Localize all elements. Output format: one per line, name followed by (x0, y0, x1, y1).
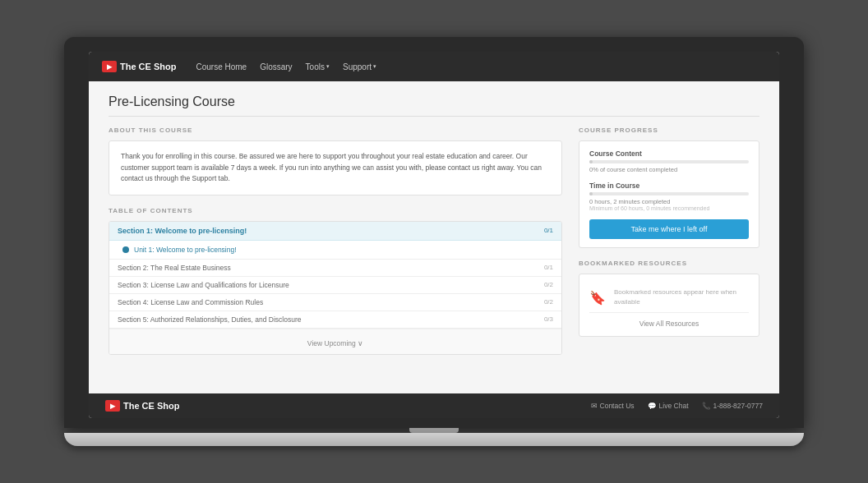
toc-section-3[interactable]: Section 3: License Law and Qualification… (109, 277, 561, 294)
toc-unit-dot (122, 246, 129, 253)
progress-box: Course Content 0% of course content comp… (579, 140, 760, 248)
contact-icon: ✉ (591, 402, 598, 410)
time-in-course-bar-fill (589, 192, 593, 196)
footer-logo-text: The CE Shop (123, 401, 179, 411)
screen-bezel: ▶ The CE Shop Course Home Glossary Tools… (64, 37, 804, 428)
nav-glossary[interactable]: Glossary (260, 62, 292, 71)
toc-section-3-title: Section 3: License Law and Qualification… (118, 281, 289, 289)
footer-live-chat[interactable]: 💬 Live Chat (648, 402, 689, 410)
footer-phone[interactable]: 📞 1-888-827-0777 (702, 402, 764, 410)
toc-active-section[interactable]: Section 1: Welcome to pre-licensing! 0/1 (109, 222, 561, 241)
laptop-base (64, 433, 804, 446)
laptop-container: ▶ The CE Shop Course Home Glossary Tools… (64, 37, 804, 446)
toc-section-label: TABLE OF CONTENTS (108, 207, 562, 214)
contact-label: Contact Us (600, 402, 635, 410)
toc-section-5-title: Section 5: Authorized Relationships, Dut… (118, 315, 301, 324)
footer-logo-icon: ▶ (105, 400, 120, 412)
bookmarked-box: 🔖 Bookmarked resources appear here when … (579, 274, 760, 337)
navigation: ▶ The CE Shop Course Home Glossary Tools… (89, 52, 779, 81)
take-me-button[interactable]: Take me where I left off (589, 219, 749, 239)
toc-section-2[interactable]: Section 2: The Real Estate Business 0/1 (109, 260, 561, 277)
logo-text: The CE Shop (120, 62, 176, 71)
course-content-title: Course Content (589, 150, 749, 158)
tools-dropdown-icon: ▾ (326, 63, 330, 70)
toc-section-2-score: 0/1 (544, 264, 553, 271)
toc-section-2-title: Section 2: The Real Estate Business (118, 264, 231, 272)
phone-icon: 📞 (702, 402, 711, 410)
toc-section-3-score: 0/2 (544, 281, 553, 288)
page-title: Pre-Licensing Course (108, 94, 760, 117)
phone-label: 1-888-827-0777 (713, 402, 764, 410)
laptop-screen: ▶ The CE Shop Course Home Glossary Tools… (89, 52, 779, 418)
about-text: Thank you for enrolling in this course. … (121, 151, 550, 185)
toc-section-5-score: 0/3 (544, 315, 553, 323)
chat-icon: 💬 (648, 402, 657, 410)
about-box: Thank you for enrolling in this course. … (108, 140, 562, 196)
time-in-course-title: Time in Course (589, 182, 749, 190)
course-content-sub: 0% of course content completed (589, 166, 749, 173)
toc-active-score: 0/1 (544, 227, 553, 234)
course-content-bar-bg (589, 160, 749, 163)
bookmarked-empty-text: Bookmarked resources appear here when av… (614, 288, 749, 307)
nav-tools[interactable]: Tools ▾ (306, 62, 330, 71)
toc-box: Section 1: Welcome to pre-licensing! 0/1… (108, 221, 562, 355)
footer: ▶ The CE Shop ✉ Contact Us 💬 Live Chat 📞… (89, 393, 779, 418)
nav-support[interactable]: Support ▾ (343, 62, 376, 71)
footer-contact-us[interactable]: ✉ Contact Us (591, 402, 635, 410)
view-all-resources[interactable]: View All Resources (589, 320, 749, 328)
toc-section-4-score: 0/2 (544, 298, 553, 306)
bookmarked-section-label: BOOKMARKED RESOURCES (579, 260, 760, 267)
main-content: Pre-Licensing Course ABOUT THIS COURSE T… (89, 81, 779, 393)
nav-logo: ▶ The CE Shop (102, 61, 176, 72)
toc-unit-text: Unit 1: Welcome to pre-licensing! (134, 246, 237, 254)
toc-unit-row[interactable]: Unit 1: Welcome to pre-licensing! (109, 241, 561, 260)
nav-course-home[interactable]: Course Home (196, 62, 247, 71)
logo-icon: ▶ (102, 61, 117, 72)
toc-active-title: Section 1: Welcome to pre-licensing! (118, 227, 247, 235)
right-column: COURSE PROGRESS Course Content 0% of cou… (579, 126, 760, 355)
footer-links: ✉ Contact Us 💬 Live Chat 📞 1-888-827-077… (591, 402, 763, 410)
course-content-progress: Course Content 0% of course content comp… (589, 150, 749, 173)
bookmark-icon: 🔖 (589, 290, 606, 306)
progress-section-label: COURSE PROGRESS (579, 126, 760, 134)
left-column: ABOUT THIS COURSE Thank you for enrollin… (108, 126, 562, 355)
about-section-label: ABOUT THIS COURSE (108, 126, 562, 134)
time-in-course-sub: 0 hours, 2 minutes completed (589, 198, 749, 205)
chat-label: Live Chat (659, 402, 689, 410)
toc-section-4[interactable]: Section 4: License Law and Commission Ru… (109, 294, 561, 311)
time-in-course-progress: Time in Course 0 hours, 2 minutes comple… (589, 182, 749, 211)
content-grid: ABOUT THIS COURSE Thank you for enrollin… (108, 126, 760, 355)
support-dropdown-icon: ▾ (373, 63, 376, 70)
bookmarked-empty: 🔖 Bookmarked resources appear here when … (589, 283, 749, 313)
toc-section-5[interactable]: Section 5: Authorized Relationships, Dut… (109, 311, 561, 329)
footer-logo: ▶ The CE Shop (105, 400, 179, 412)
toc-view-upcoming[interactable]: View Upcoming ∨ (109, 329, 561, 354)
view-upcoming-link[interactable]: View Upcoming ∨ (307, 339, 363, 347)
course-content-bar-fill (589, 160, 593, 163)
time-in-course-min: Minimum of 60 hours, 0 minutes recommend… (589, 205, 749, 211)
time-in-course-bar-bg (589, 192, 749, 196)
toc-section-4-title: Section 4: License Law and Commission Ru… (118, 298, 263, 306)
